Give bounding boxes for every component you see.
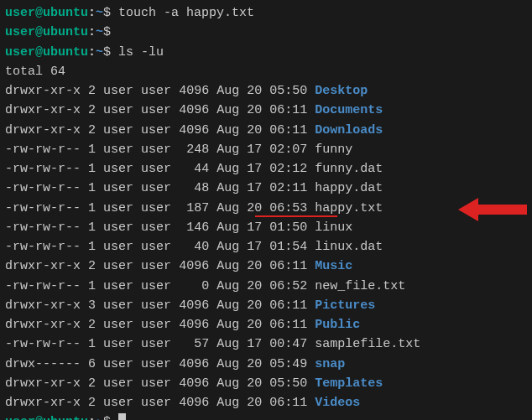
size: 4096 bbox=[179, 357, 209, 371]
month: Aug bbox=[216, 220, 239, 235]
size: 187 bbox=[179, 201, 209, 215]
highlight-underline bbox=[255, 215, 337, 217]
perms: drwxr-xr-x bbox=[5, 376, 81, 391]
entry-name: funny bbox=[315, 143, 352, 157]
links: 1 bbox=[88, 181, 96, 195]
links: 1 bbox=[88, 201, 96, 215]
group: user bbox=[141, 84, 171, 98]
group: user bbox=[141, 220, 171, 235]
day: 17 bbox=[247, 220, 262, 235]
listing-row: drwx------ 6 user user 4096 Aug 20 05:49… bbox=[5, 355, 527, 374]
owner: user bbox=[103, 396, 133, 410]
perms: drwxr-xr-x bbox=[5, 396, 81, 410]
perms: drwxr-xr-x bbox=[5, 318, 81, 332]
owner: user bbox=[103, 376, 133, 391]
day: 20 bbox=[247, 103, 262, 117]
size: 48 bbox=[179, 181, 209, 195]
day: 20 bbox=[247, 318, 262, 332]
group: user bbox=[141, 162, 171, 176]
time: 06:52 bbox=[269, 279, 307, 293]
owner: user bbox=[103, 84, 133, 98]
prompt-line-1: user@ubuntu:~$ touch -a happy.txt bbox=[5, 3, 527, 23]
command-1: touch -a happy.txt bbox=[111, 6, 254, 20]
day: 17 bbox=[247, 240, 262, 254]
owner: user bbox=[103, 201, 133, 215]
listing-row: -rw-rw-r-- 1 user user 248 Aug 17 02:07 … bbox=[5, 140, 527, 159]
day: 20 bbox=[247, 357, 262, 371]
day: 17 bbox=[247, 162, 262, 176]
group: user bbox=[141, 201, 171, 215]
day: 20 bbox=[247, 376, 262, 391]
time: 06:53 bbox=[269, 201, 307, 215]
entry-name: Documents bbox=[315, 103, 383, 117]
entry-name: funny.dat bbox=[315, 162, 383, 176]
month: Aug bbox=[216, 84, 239, 98]
day: 20 bbox=[247, 84, 262, 98]
day: 17 bbox=[247, 337, 262, 351]
file-listing: drwxr-xr-x 2 user user 4096 Aug 20 05:50… bbox=[5, 81, 527, 412]
arrow-left-icon bbox=[458, 198, 478, 221]
month: Aug bbox=[216, 337, 239, 351]
time: 06:11 bbox=[269, 318, 307, 332]
owner: user bbox=[103, 220, 133, 235]
perms: -rw-rw-r-- bbox=[5, 220, 81, 235]
entry-name: happy.dat bbox=[315, 181, 383, 195]
time: 06:11 bbox=[269, 259, 307, 273]
owner: user bbox=[103, 318, 133, 332]
prompt-user: user@ubuntu bbox=[5, 6, 88, 20]
listing-row: -rw-rw-r-- 1 user user 146 Aug 17 01:50 … bbox=[5, 218, 527, 237]
links: 1 bbox=[88, 220, 96, 235]
entry-name: Public bbox=[315, 318, 360, 332]
month: Aug bbox=[216, 103, 239, 117]
prompt-line-final[interactable]: user@ubuntu:~$ bbox=[5, 412, 527, 420]
size: 248 bbox=[179, 143, 209, 157]
group: user bbox=[141, 279, 171, 293]
links: 2 bbox=[88, 318, 96, 332]
size: 4096 bbox=[179, 396, 209, 410]
listing-row: drwxr-xr-x 2 user user 4096 Aug 20 06:11… bbox=[5, 101, 527, 120]
listing-row: -rw-rw-r-- 1 user user 44 Aug 17 02:12 f… bbox=[5, 159, 527, 179]
prompt-line-2: user@ubuntu:~$ bbox=[5, 23, 527, 42]
links: 1 bbox=[88, 162, 96, 176]
links: 2 bbox=[88, 84, 96, 98]
listing-row: drwxr-xr-x 2 user user 4096 Aug 20 06:11… bbox=[5, 121, 527, 140]
month: Aug bbox=[216, 279, 239, 293]
links: 2 bbox=[88, 259, 96, 273]
links: 3 bbox=[88, 298, 96, 313]
links: 2 bbox=[88, 123, 96, 137]
day: 20 bbox=[247, 298, 262, 313]
month: Aug bbox=[216, 376, 239, 391]
entry-name: Downloads bbox=[315, 123, 383, 137]
terminal-window[interactable]: user@ubuntu:~$ touch -a happy.txt user@u… bbox=[5, 3, 527, 420]
listing-row: drwxr-xr-x 2 user user 4096 Aug 20 05:50… bbox=[5, 374, 527, 393]
size: 4096 bbox=[179, 259, 209, 273]
time: 02:12 bbox=[269, 162, 307, 176]
entry-name: new_file.txt bbox=[315, 279, 405, 293]
perms: drwxr-xr-x bbox=[5, 84, 81, 98]
owner: user bbox=[103, 240, 133, 254]
perms: -rw-rw-r-- bbox=[5, 240, 81, 254]
group: user bbox=[141, 337, 171, 351]
size: 0 bbox=[179, 279, 209, 293]
group: user bbox=[141, 103, 171, 117]
entry-name: Desktop bbox=[315, 84, 368, 98]
owner: user bbox=[103, 123, 133, 137]
links: 1 bbox=[88, 279, 96, 293]
arrow-annotation bbox=[458, 198, 527, 221]
month: Aug bbox=[216, 298, 239, 313]
size: 4096 bbox=[179, 298, 209, 313]
links: 2 bbox=[88, 396, 96, 410]
size: 146 bbox=[179, 220, 209, 235]
prompt-path: ~ bbox=[96, 6, 103, 20]
entry-name: Templates bbox=[315, 376, 383, 391]
size: 4096 bbox=[179, 123, 209, 137]
group: user bbox=[141, 123, 171, 137]
group: user bbox=[141, 240, 171, 254]
time: 05:50 bbox=[269, 84, 307, 98]
group: user bbox=[141, 396, 171, 410]
owner: user bbox=[103, 357, 133, 371]
entry-name: linux bbox=[315, 220, 352, 235]
owner: user bbox=[103, 181, 133, 195]
perms: -rw-rw-r-- bbox=[5, 143, 81, 157]
size: 4096 bbox=[179, 318, 209, 332]
